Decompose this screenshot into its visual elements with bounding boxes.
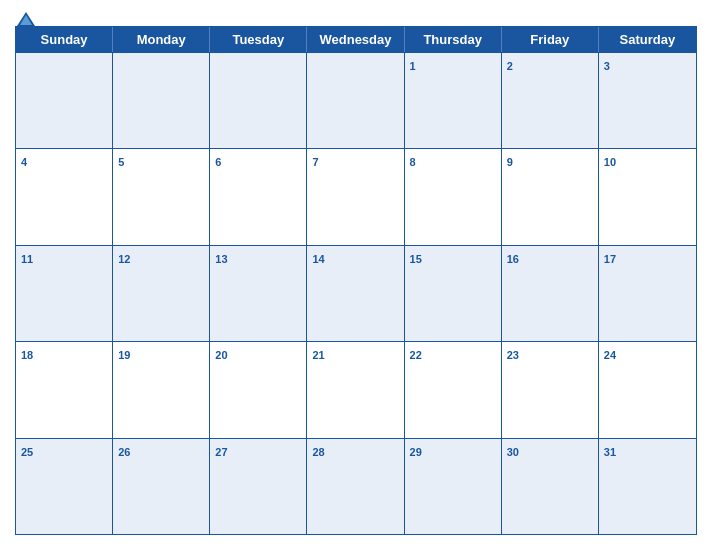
week-row-1: 123 (16, 52, 696, 148)
day-cell: 25 (16, 439, 113, 534)
day-cell: 13 (210, 246, 307, 341)
day-number: 4 (21, 156, 27, 168)
day-header-thursday: Thursday (405, 27, 502, 52)
day-cell: 17 (599, 246, 696, 341)
day-cell (210, 53, 307, 148)
day-cell: 27 (210, 439, 307, 534)
day-cell: 4 (16, 149, 113, 244)
day-cell: 7 (307, 149, 404, 244)
weeks-container: 1234567891011121314151617181920212223242… (16, 52, 696, 534)
day-cell: 24 (599, 342, 696, 437)
day-number: 2 (507, 60, 513, 72)
day-cell: 12 (113, 246, 210, 341)
day-number: 10 (604, 156, 616, 168)
day-number: 15 (410, 253, 422, 265)
day-number: 24 (604, 349, 616, 361)
day-cell: 14 (307, 246, 404, 341)
day-number: 17 (604, 253, 616, 265)
day-cell (113, 53, 210, 148)
day-header-friday: Friday (502, 27, 599, 52)
day-number: 3 (604, 60, 610, 72)
week-row-5: 25262728293031 (16, 438, 696, 534)
day-number: 22 (410, 349, 422, 361)
day-number: 6 (215, 156, 221, 168)
day-number: 29 (410, 446, 422, 458)
day-header-tuesday: Tuesday (210, 27, 307, 52)
day-cell: 3 (599, 53, 696, 148)
day-number: 5 (118, 156, 124, 168)
day-cell: 31 (599, 439, 696, 534)
calendar-header (15, 10, 697, 18)
day-cell: 22 (405, 342, 502, 437)
week-row-2: 45678910 (16, 148, 696, 244)
day-cell: 16 (502, 246, 599, 341)
day-number: 28 (312, 446, 324, 458)
day-number: 21 (312, 349, 324, 361)
day-cell: 30 (502, 439, 599, 534)
day-header-monday: Monday (113, 27, 210, 52)
calendar-container: SundayMondayTuesdayWednesdayThursdayFrid… (0, 0, 712, 550)
day-cell: 5 (113, 149, 210, 244)
day-cell: 10 (599, 149, 696, 244)
day-number: 13 (215, 253, 227, 265)
day-number: 14 (312, 253, 324, 265)
week-row-4: 18192021222324 (16, 341, 696, 437)
day-cell: 6 (210, 149, 307, 244)
day-number: 19 (118, 349, 130, 361)
day-number: 16 (507, 253, 519, 265)
day-cell (307, 53, 404, 148)
day-number: 7 (312, 156, 318, 168)
day-header-saturday: Saturday (599, 27, 696, 52)
day-number: 31 (604, 446, 616, 458)
day-cell: 29 (405, 439, 502, 534)
day-cell: 8 (405, 149, 502, 244)
day-cell: 19 (113, 342, 210, 437)
day-number: 9 (507, 156, 513, 168)
day-header-sunday: Sunday (16, 27, 113, 52)
day-cell: 21 (307, 342, 404, 437)
calendar-grid: SundayMondayTuesdayWednesdayThursdayFrid… (15, 26, 697, 535)
day-number: 27 (215, 446, 227, 458)
day-number: 8 (410, 156, 416, 168)
logo (15, 10, 39, 28)
day-number: 20 (215, 349, 227, 361)
day-cell: 26 (113, 439, 210, 534)
day-cell: 11 (16, 246, 113, 341)
day-cell: 18 (16, 342, 113, 437)
day-number: 23 (507, 349, 519, 361)
day-number: 25 (21, 446, 33, 458)
day-cell: 1 (405, 53, 502, 148)
day-number: 18 (21, 349, 33, 361)
day-header-wednesday: Wednesday (307, 27, 404, 52)
day-headers-row: SundayMondayTuesdayWednesdayThursdayFrid… (16, 27, 696, 52)
day-number: 1 (410, 60, 416, 72)
logo-icon (15, 10, 37, 28)
day-number: 12 (118, 253, 130, 265)
day-number: 11 (21, 253, 33, 265)
day-cell: 28 (307, 439, 404, 534)
week-row-3: 11121314151617 (16, 245, 696, 341)
day-cell (16, 53, 113, 148)
day-cell: 2 (502, 53, 599, 148)
day-cell: 23 (502, 342, 599, 437)
day-cell: 20 (210, 342, 307, 437)
day-cell: 15 (405, 246, 502, 341)
day-number: 30 (507, 446, 519, 458)
day-number: 26 (118, 446, 130, 458)
day-cell: 9 (502, 149, 599, 244)
